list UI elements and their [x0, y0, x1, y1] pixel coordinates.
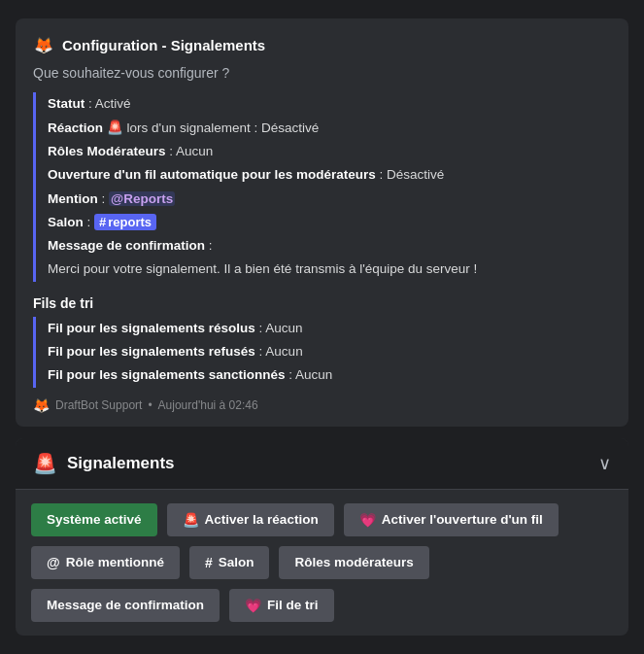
btn-system-active[interactable]: Système activé	[31, 503, 157, 536]
hash-icon: #	[205, 555, 213, 570]
fils-block: Fil pour les signalements résolus : Aucu…	[33, 317, 611, 388]
footer-bot-icon: 🦊	[33, 397, 50, 413]
btn-moderator-roles[interactable]: Rôles modérateurs	[279, 546, 428, 579]
panel-header-left: 🚨 Signalements	[33, 452, 175, 475]
config-message-label: Message de confirmation :	[48, 234, 611, 258]
btn-system-label: Système activé	[47, 512, 142, 527]
message-title: Configuration - Signalements	[62, 37, 265, 53]
channel-badge: #reports	[94, 214, 156, 230]
message-card: 🦊 Configuration - Signalements Que souha…	[16, 18, 628, 426]
config-block: Statut : Activé Réaction 🚨 lors d'un sig…	[33, 92, 611, 281]
chevron-down-icon[interactable]: ∨	[598, 453, 611, 474]
panel-header[interactable]: 🚨 Signalements ∨	[16, 438, 628, 490]
config-statut: Statut : Activé	[48, 92, 611, 116]
config-ouverture: Ouverture d'un fil automatique pour les …	[48, 163, 611, 187]
fils-sanctioned: Fil pour les signalements sanctionnés : …	[48, 363, 611, 387]
fils-refused: Fil pour les signalements refusés : Aucu…	[48, 340, 611, 363]
channel-hash-icon: #	[99, 215, 106, 229]
message-footer: 🦊 DraftBot Support • Aujourd'hui à 02:46	[33, 397, 611, 413]
footer-bot-name: DraftBot Support	[55, 398, 142, 412]
config-mention: Mention : @Reports	[48, 188, 611, 211]
message-subtitle: Que souhaitez-vous configurer ?	[33, 65, 611, 81]
panel-header-title: Signalements	[67, 454, 175, 473]
bot-icon: 🦊	[33, 34, 54, 55]
btn-role-mention[interactable]: @ Rôle mentionné	[31, 546, 180, 579]
button-row-2: @ Rôle mentionné # Salon Rôles modérateu…	[31, 546, 613, 579]
btn-confirmation-message-label: Message de confirmation	[47, 598, 204, 612]
btn-open-thread-label: Activer l'ouverture d'un fil	[382, 512, 543, 527]
btn-open-thread[interactable]: 💗 Activer l'ouverture d'un fil	[344, 503, 559, 536]
at-icon: @	[47, 555, 60, 570]
button-row-3: Message de confirmation 💗 Fil de tri	[31, 589, 613, 622]
fil-tri-icon: 💗	[245, 598, 261, 613]
config-reaction: Réaction 🚨 lors d'un signalement : Désac…	[48, 117, 611, 140]
config-message-value: Merci pour votre signalement. Il a bien …	[48, 258, 611, 281]
reaction-icon: 🚨	[183, 512, 199, 528]
btn-activate-reaction[interactable]: 🚨 Activer la réaction	[167, 503, 334, 536]
panel-header-icon: 🚨	[33, 452, 57, 475]
thread-icon: 💗	[359, 512, 376, 528]
footer-separator: •	[148, 398, 152, 412]
panel-card: 🚨 Signalements ∨ Système activé 🚨 Active…	[16, 438, 628, 636]
btn-fil-tri[interactable]: 💗 Fil de tri	[229, 589, 334, 622]
btn-salon[interactable]: # Salon	[189, 546, 270, 579]
button-row-1: Système activé 🚨 Activer la réaction 💗 A…	[31, 503, 613, 536]
config-roles: Rôles Modérateurs : Aucun	[48, 140, 611, 163]
config-salon: Salon : #reports	[48, 211, 611, 234]
footer-time: Aujourd'hui à 02:46	[158, 398, 258, 412]
panel-buttons-area: Système activé 🚨 Activer la réaction 💗 A…	[16, 490, 628, 636]
btn-fil-tri-label: Fil de tri	[267, 598, 319, 612]
fils-resolved: Fil pour les signalements résolus : Aucu…	[48, 317, 611, 340]
btn-confirmation-message[interactable]: Message de confirmation	[31, 589, 220, 622]
btn-salon-label: Salon	[219, 555, 254, 569]
btn-moderator-roles-label: Rôles modérateurs	[294, 555, 413, 569]
fils-section-title: Fils de tri	[33, 295, 611, 311]
btn-role-mention-label: Rôle mentionné	[66, 555, 164, 569]
message-header: 🦊 Configuration - Signalements	[33, 34, 611, 55]
btn-activate-reaction-label: Activer la réaction	[205, 512, 319, 527]
